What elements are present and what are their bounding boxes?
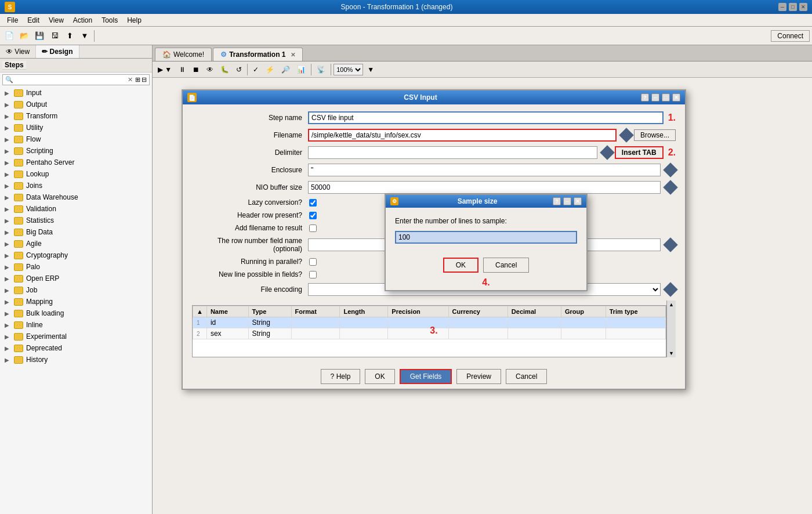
tree-item-scripting[interactable]: ▶ Scripting [0, 145, 152, 157]
steps-search[interactable] [16, 77, 128, 84]
delimiter-input[interactable] [308, 146, 597, 159]
row1-format[interactable] [291, 317, 340, 328]
tree-item-palo[interactable]: ▶ Palo [0, 261, 152, 273]
tree-item-transform[interactable]: ▶ Transform [0, 110, 152, 122]
nio-buffer-input[interactable] [308, 181, 661, 194]
help-button[interactable]: ? Help [321, 369, 361, 384]
row2-group[interactable] [561, 328, 606, 339]
col-type-header[interactable]: Type [248, 306, 291, 317]
tree-item-agile[interactable]: ▶ Agile [0, 238, 152, 249]
preview-run-btn[interactable]: 👁 [204, 63, 216, 76]
connect-button[interactable]: Connect [771, 30, 810, 42]
col-group-header[interactable]: Group [561, 306, 606, 317]
menu-help[interactable]: Help [122, 15, 146, 26]
row1-length[interactable] [340, 317, 388, 328]
col-name-header[interactable]: Name [206, 306, 248, 317]
menu-tools[interactable]: Tools [97, 15, 122, 26]
tree-item-deprecated[interactable]: ▶ Deprecated [0, 342, 152, 354]
menu-edit[interactable]: Edit [23, 15, 44, 26]
insert-tab-button[interactable]: Insert TAB [615, 146, 664, 159]
tree-item-validation[interactable]: ▶ Validation [0, 203, 152, 215]
show-results-btn[interactable]: 📊 [294, 63, 309, 76]
delimiter-variable-btn[interactable] [600, 145, 614, 160]
preview-button[interactable]: Preview [456, 369, 501, 384]
zoom-dropdown-btn[interactable]: ▼ [364, 63, 377, 76]
row2-length[interactable] [340, 328, 388, 339]
tree-item-inline[interactable]: ▶ Inline [0, 319, 152, 331]
sample-close-btn[interactable]: ✕ [574, 197, 582, 205]
toolbar-save[interactable]: 💾 [32, 29, 46, 43]
sample-cancel-button[interactable]: Cancel [483, 258, 529, 273]
tree-item-statistics[interactable]: ▶ Statistics [0, 215, 152, 226]
tree-item-output[interactable]: ▶ Output [0, 99, 152, 110]
close-btn[interactable]: ✕ [799, 3, 807, 11]
cancel-button[interactable]: Cancel [506, 369, 547, 384]
expand-all-icon[interactable]: ⊞ [135, 76, 140, 84]
dialog-min-btn[interactable]: ─ [651, 93, 659, 102]
sample-lines-input[interactable] [395, 231, 577, 244]
dialog-help-btn[interactable]: ? [641, 93, 649, 102]
row2-trimtype[interactable] [606, 328, 665, 339]
transformation-tab-close[interactable]: ✕ [291, 52, 295, 58]
menu-file[interactable]: File [2, 15, 23, 26]
toolbar-export2[interactable]: ▼ [78, 29, 92, 43]
col-precision-header[interactable]: Precision [388, 306, 448, 317]
tab-transformation[interactable]: ⚙ Transformation 1 ✕ [213, 48, 302, 61]
debug-btn[interactable]: 🐛 [217, 63, 232, 76]
encoding-variable-btn[interactable] [663, 282, 677, 296]
table-row[interactable]: 1 id String [193, 317, 666, 328]
tree-item-bulkloading[interactable]: ▶ Bulk loading [0, 307, 152, 319]
tree-item-openerp[interactable]: ▶ Open ERP [0, 273, 152, 284]
filename-input[interactable] [308, 129, 617, 142]
lazy-checkbox[interactable] [309, 199, 317, 207]
toolbar-new[interactable]: 📄 [2, 29, 16, 43]
tree-item-datawarehouse[interactable]: ▶ Data Warehouse [0, 191, 152, 203]
newline-checkbox[interactable] [309, 271, 317, 278]
row1-group[interactable] [561, 317, 606, 328]
tree-item-history[interactable]: ▶ History [0, 354, 152, 365]
pause-btn[interactable]: ⏸ [176, 63, 188, 76]
row1-currency[interactable] [448, 317, 507, 328]
ok-button[interactable]: OK [365, 369, 394, 384]
row2-precision[interactable] [388, 328, 448, 339]
tree-item-job[interactable]: ▶ Job [0, 284, 152, 296]
collapse-all-icon[interactable]: ⊟ [142, 76, 147, 84]
toolbar-save-as[interactable]: 🖫 [48, 29, 61, 43]
col-decimal-header[interactable]: Decimal [507, 306, 561, 317]
table-row[interactable]: 2 sex String [193, 328, 666, 339]
tree-item-experimental[interactable]: ▶ Experimental [0, 331, 152, 342]
row2-decimal[interactable] [507, 328, 561, 339]
sql-btn[interactable]: ⚡ [263, 63, 277, 76]
toolbar-open[interactable]: 📂 [17, 29, 31, 43]
row1-trimtype[interactable] [606, 317, 665, 328]
add-filename-checkbox[interactable] [309, 225, 317, 232]
menu-view[interactable]: View [44, 15, 68, 26]
col-length-header[interactable]: Length [340, 306, 388, 317]
row2-currency[interactable] [448, 328, 507, 339]
sample-min-btn[interactable]: ─ [563, 197, 571, 205]
row1-type[interactable]: String [248, 317, 291, 328]
replay-btn[interactable]: ↺ [233, 63, 245, 76]
sample-ok-button[interactable]: OK [443, 258, 478, 273]
minimize-btn[interactable]: ─ [778, 3, 786, 11]
check-btn[interactable]: ✓ [250, 63, 262, 76]
maximize-btn[interactable]: □ [789, 3, 797, 11]
tree-item-joins[interactable]: ▶ Joins [0, 180, 152, 191]
tree-item-cryptography[interactable]: ▶ Cryptography [0, 249, 152, 261]
search-clear-icon[interactable]: ✕ [128, 76, 133, 84]
header-checkbox[interactable] [309, 212, 317, 219]
tree-item-flow[interactable]: ▶ Flow [0, 133, 152, 145]
col-trimtype-header[interactable]: Trim type [606, 306, 665, 317]
step-name-input[interactable] [308, 111, 664, 124]
enclosure-input[interactable] [308, 164, 661, 176]
menu-action[interactable]: Action [68, 15, 97, 26]
col-currency-header[interactable]: Currency [448, 306, 507, 317]
row2-name[interactable]: sex [206, 328, 248, 339]
dialog-close-btn[interactable]: ✕ [672, 93, 680, 102]
parallel-checkbox[interactable] [309, 258, 317, 266]
tab-welcome[interactable]: 🏠 Welcome! [155, 48, 212, 61]
col-format-header[interactable]: Format [291, 306, 340, 317]
tree-item-input[interactable]: ▶ Input [0, 87, 152, 99]
tree-item-pentaho[interactable]: ▶ Pentaho Server [0, 157, 152, 168]
row2-type[interactable]: String [248, 328, 291, 339]
